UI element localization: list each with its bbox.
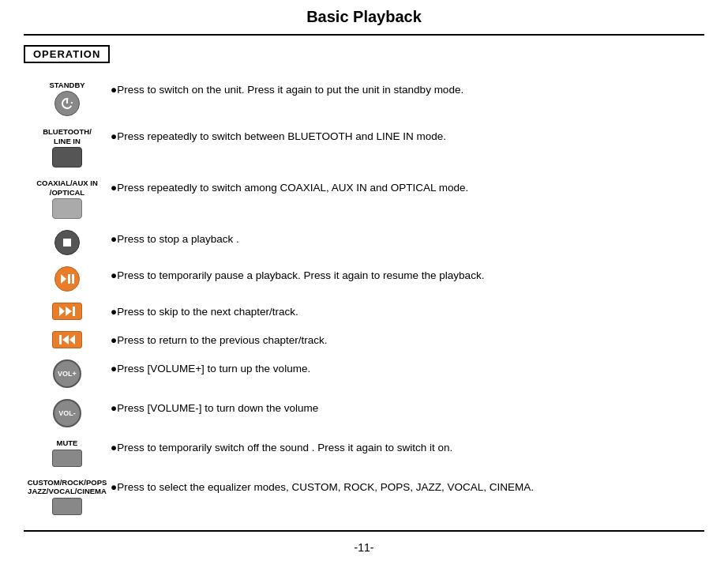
row-voldown: VOL-●Press [VOLUME-] to turn down the vo… <box>24 393 704 433</box>
row-bluetooth: BLUETOOTH/ LINE IN●Press repeatedly to s… <box>24 122 704 173</box>
content-rows: STANDBY●Press to switch on the unit. Pre… <box>24 75 704 521</box>
icon-img-volup: VOL+ <box>53 359 81 388</box>
svg-rect-2 <box>63 239 71 246</box>
icon-img-coaxial <box>52 198 82 219</box>
icon-img-mute <box>52 450 82 467</box>
icon-col-stop <box>24 230 111 255</box>
icon-img-pause <box>54 266 80 292</box>
svg-rect-11 <box>59 335 62 344</box>
icon-label-mute: MUTE <box>57 438 78 447</box>
desc-voldown: ●Press [VOLUME-] to turn down the volume <box>111 399 704 416</box>
btn-voldown[interactable]: VOL- <box>53 399 81 427</box>
svg-marker-10 <box>62 335 69 344</box>
desc-custom: ●Press to select the equalizer modes, CU… <box>111 478 704 495</box>
icon-img-standby <box>54 91 80 116</box>
btn-prev[interactable] <box>52 331 82 348</box>
btn-bluetooth[interactable] <box>52 147 82 167</box>
icon-img-prev <box>52 331 82 348</box>
icon-img-next <box>52 303 82 320</box>
icon-col-coaxial: COAXIAL/AUX IN /OPTICAL <box>24 179 111 219</box>
desc-stop: ●Press to stop a playback . <box>111 230 704 247</box>
icon-col-voldown: VOL- <box>24 399 111 427</box>
row-next: ●Press to skip to the next chapter/track… <box>24 297 704 326</box>
svg-rect-4 <box>68 274 70 284</box>
icon-col-bluetooth: BLUETOOTH/ LINE IN <box>24 127 111 167</box>
icon-col-volup: VOL+ <box>24 359 111 388</box>
icon-col-pause <box>24 266 111 292</box>
row-mute: MUTE●Press to temporarily switch off the… <box>24 433 704 472</box>
svg-rect-5 <box>72 274 74 284</box>
row-standby: STANDBY●Press to switch on the unit. Pre… <box>24 75 704 122</box>
page-title: Basic Playback <box>24 0 704 32</box>
bottom-divider <box>24 530 704 532</box>
row-stop: ●Press to stop a playback . <box>24 224 704 261</box>
icon-col-mute: MUTE <box>24 438 111 466</box>
icon-img-stop <box>54 230 80 255</box>
btn-mute[interactable] <box>52 450 82 467</box>
btn-coaxial[interactable] <box>52 198 82 219</box>
svg-rect-8 <box>73 307 75 316</box>
icon-img-custom <box>52 498 82 515</box>
row-pause: ●Press to temporarily pause a playback. … <box>24 261 704 297</box>
icon-label-custom: CUSTOM/ROCK/POPS JAZZ/VOCAL/CINEMA <box>28 478 107 496</box>
svg-marker-7 <box>66 307 72 316</box>
icon-label-coaxial: COAXIAL/AUX IN /OPTICAL <box>36 179 98 197</box>
row-volup: VOL+●Press [VOLUME+] to turn up the volu… <box>24 354 704 393</box>
icon-col-next <box>24 303 111 320</box>
icon-col-standby: STANDBY <box>24 81 111 116</box>
icon-img-voldown: VOL- <box>53 399 81 427</box>
page-number: -11- <box>24 541 704 554</box>
btn-standby[interactable] <box>54 91 80 116</box>
row-custom: CUSTOM/ROCK/POPS JAZZ/VOCAL/CINEMA●Press… <box>24 472 704 521</box>
icon-label-standby: STANDBY <box>49 81 84 89</box>
desc-volup: ●Press [VOLUME+] to turn up the volume. <box>111 359 704 377</box>
page: Basic Playback OPERATION STANDBY●Press t… <box>0 0 728 572</box>
desc-pause: ●Press to temporarily pause a playback. … <box>111 266 704 284</box>
row-coaxial: COAXIAL/AUX IN /OPTICAL●Press repeatedly… <box>24 173 704 224</box>
btn-custom[interactable] <box>52 498 82 515</box>
desc-mute: ●Press to temporarily switch off the sou… <box>111 438 704 456</box>
btn-pause[interactable] <box>54 266 80 292</box>
top-divider <box>24 34 704 36</box>
desc-next: ●Press to skip to the next chapter/track… <box>111 303 704 320</box>
desc-coaxial: ●Press repeatedly to switch among COAXIA… <box>111 179 704 196</box>
icon-label-bluetooth: BLUETOOTH/ LINE IN <box>43 127 92 145</box>
svg-marker-3 <box>61 274 66 284</box>
operation-badge-wrapper: OPERATION <box>24 37 704 71</box>
btn-next[interactable] <box>52 303 82 320</box>
svg-marker-6 <box>59 307 65 316</box>
svg-marker-9 <box>69 335 75 344</box>
desc-prev: ●Press to return to the previous chapter… <box>111 331 704 348</box>
btn-volup[interactable]: VOL+ <box>53 359 81 388</box>
icon-col-custom: CUSTOM/ROCK/POPS JAZZ/VOCAL/CINEMA <box>24 478 111 515</box>
row-prev: ●Press to return to the previous chapter… <box>24 326 704 354</box>
icon-col-prev <box>24 331 111 348</box>
icon-img-bluetooth <box>52 147 82 167</box>
btn-stop[interactable] <box>54 230 80 255</box>
desc-standby: ●Press to switch on the unit. Press it a… <box>111 81 704 98</box>
operation-badge: OPERATION <box>24 45 110 63</box>
desc-bluetooth: ●Press repeatedly to switch between BLUE… <box>111 127 704 145</box>
